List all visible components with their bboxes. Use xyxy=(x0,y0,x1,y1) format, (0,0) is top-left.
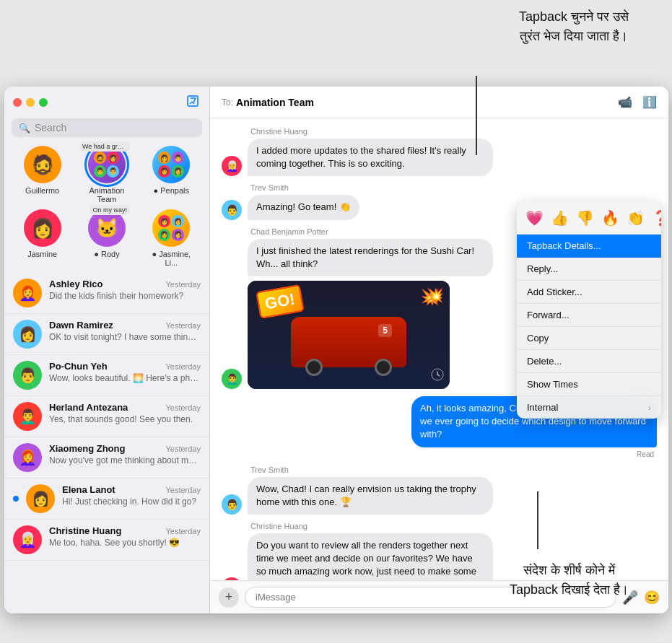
msg-bubble-m2: Amazing! Go team! 👏 xyxy=(248,195,359,219)
reaction-thumbsdown[interactable]: 👎 xyxy=(575,208,595,228)
msg-row-m5: 👨 Wow, Chad! I can really envision us ta… xyxy=(222,477,657,515)
menu-item-internal[interactable]: Internal › xyxy=(517,396,661,419)
reaction-bar: 💗 👍 👎 🔥 👏 ❓ 🌈 👀 ✌️ 😆 🔥 😊 xyxy=(517,202,661,235)
msg-avatar-m2: 👨 xyxy=(222,200,242,220)
menu-item-tapback-details[interactable]: Tapback Details... xyxy=(517,235,661,258)
pinned-name-penpals: ● Penpals xyxy=(154,186,189,195)
conversation-list: 👩‍🦰 Ashley Rico Yesterday Did the kids f… xyxy=(4,273,209,613)
conv-item-herland[interactable]: 👨‍🦱 Herland Antezana Yesterday Yes, that… xyxy=(4,396,209,437)
avatar-jasmine-li: 👩 👩 👩 👩 xyxy=(152,209,190,247)
reaction-heart[interactable]: 💗 xyxy=(524,208,545,228)
video-call-icon[interactable]: 📹 xyxy=(618,95,632,109)
chat-input-bar: + 🎤 😊 xyxy=(210,580,668,613)
pinned-contact-rody[interactable]: 🐱 On my way! ● Rody xyxy=(81,209,133,267)
pinned-name-rody: ● Rody xyxy=(94,250,119,258)
pinned-contact-jasmine-li[interactable]: 👩 👩 👩 👩 ● Jasmine, Li... xyxy=(145,209,197,267)
menu-label-reply: Reply... xyxy=(527,263,558,274)
conv-content-dawn: Dawn Ramirez Yesterday OK to visit tonig… xyxy=(49,320,201,342)
menu-item-forward[interactable]: Forward... xyxy=(517,304,661,327)
context-menu: 💗 👍 👎 🔥 👏 ❓ 🌈 👀 ✌️ 😆 🔥 😊 Tapback Details… xyxy=(517,202,661,419)
reaction-question[interactable]: ❓ xyxy=(650,208,661,228)
titlebar xyxy=(4,87,209,118)
conv-item-dawn[interactable]: 👩 Dawn Ramirez Yesterday OK to visit ton… xyxy=(4,314,209,355)
conv-content-pochun: Po-Chun Yeh Yesterday Wow, looks beautif… xyxy=(49,361,201,383)
msg-sender-m1: Christine Huang xyxy=(250,127,657,136)
fullscreen-button[interactable] xyxy=(39,98,48,107)
chat-header-recipient: Animation Team xyxy=(236,97,618,108)
menu-item-reply[interactable]: Reply... xyxy=(517,258,661,281)
conv-preview-christine: Me too, haha. See you shortly! 😎 xyxy=(49,538,201,548)
menu-item-delete[interactable]: Delete... xyxy=(517,350,661,373)
conv-time-christine: Yesterday xyxy=(165,527,201,535)
pinned-contact-penpals[interactable]: 👩 👨 👩 👩 ● Penpals xyxy=(145,146,197,204)
msg-avatar-m3: 👨‍🦱 xyxy=(222,369,242,389)
menu-item-copy[interactable]: Copy xyxy=(517,327,661,350)
pinned-contact-jasmine[interactable]: 👩 Jasmine xyxy=(17,209,69,267)
avatar-guillermo: 🧔 xyxy=(24,146,61,183)
avatar-herland: 👨‍🦱 xyxy=(13,402,42,431)
conv-time-elena: Yesterday xyxy=(165,486,201,494)
avatar-animation-team: 🧔 👩 👨 👨 We had a great time. Home with..… xyxy=(88,146,126,183)
pinned-contact-guillermo[interactable]: 🧔 Guillermo xyxy=(17,146,69,204)
svg-rect-0 xyxy=(188,96,198,106)
conv-content-ashley: Ashley Rico Yesterday Did the kids finis… xyxy=(49,279,201,301)
annotation-top: Tapback चुनने पर उसे तुरंत भेज दिया जाता… xyxy=(519,7,629,46)
main-window: 🔍 Search 🧔 Guillermo 🧔 👩 👨 👨 xyxy=(4,87,668,613)
close-button[interactable] xyxy=(13,98,22,107)
menu-label-add-sticker: Add Sticker... xyxy=(527,286,582,297)
menu-item-add-sticker[interactable]: Add Sticker... xyxy=(517,281,661,304)
menu-label-internal: Internal xyxy=(527,402,558,413)
conv-preview-dawn: OK to visit tonight? I have some things … xyxy=(49,332,201,342)
conv-content-xiaomeng: Xiaomeng Zhong Yesterday Now you've got … xyxy=(49,443,201,465)
avatar-christine-list: 👩‍🦳 xyxy=(13,525,42,554)
info-icon[interactable]: ℹ️ xyxy=(642,95,657,109)
menu-label-show-times: Show Times xyxy=(527,379,578,390)
avatar-jasmine: 👩 xyxy=(24,209,61,247)
pinned-name-jasmine: Jasmine xyxy=(27,250,57,258)
conv-time-pochun: Yesterday xyxy=(165,362,201,371)
chat-area: To: Animation Team 📹 ℹ️ Christine Huang … xyxy=(210,87,668,613)
conv-item-christine[interactable]: 👩‍🦳 Christine Huang Yesterday Me too, ha… xyxy=(4,520,209,561)
on-my-way-bubble: On my way! xyxy=(90,205,130,215)
reaction-thumbsup[interactable]: 👍 xyxy=(549,208,570,228)
reaction-clap[interactable]: 👏 xyxy=(625,208,646,228)
minimize-button[interactable] xyxy=(26,98,35,107)
conv-content-christine: Christine Huang Yesterday Me too, haha. … xyxy=(49,525,201,548)
conv-time-xiaomeng: Yesterday xyxy=(165,445,201,453)
compose-button[interactable] xyxy=(185,93,201,113)
conv-item-ashley[interactable]: 👩‍🦰 Ashley Rico Yesterday Did the kids f… xyxy=(4,273,209,314)
emoji-button[interactable]: 😊 xyxy=(644,590,660,605)
msg-avatar-m1: 👩‍🦳 xyxy=(222,156,242,176)
msg-sender-m6: Christine Huang xyxy=(250,522,657,530)
conv-time-dawn: Yesterday xyxy=(165,321,201,330)
car-body: 5 xyxy=(291,317,406,367)
add-attachment-button[interactable]: + xyxy=(219,587,239,608)
msg-bubble-m5: Wow, Chad! I can really envision us taki… xyxy=(248,477,493,515)
conv-time-herland: Yesterday xyxy=(165,403,201,412)
conv-item-pochun[interactable]: 👨 Po-Chun Yeh Yesterday Wow, looks beaut… xyxy=(4,355,209,396)
avatar-ashley: 👩‍🦰 xyxy=(13,279,42,307)
conv-item-xiaomeng[interactable]: 👩‍🦰 Xiaomeng Zhong Yesterday Now you've … xyxy=(4,437,209,478)
pinned-name-animation: Animation Team xyxy=(81,186,133,204)
conv-preview-herland: Yes, that sounds good! See you then. xyxy=(49,414,201,424)
conv-preview-ashley: Did the kids finish their homework? xyxy=(49,291,201,301)
avatar-penpals: 👩 👨 👩 👩 xyxy=(152,146,190,183)
conv-item-elena[interactable]: 👩 Elena Lanot Yesterday Hi! Just checkin… xyxy=(4,478,209,520)
traffic-lights xyxy=(13,98,48,107)
pinned-row-1: 🧔 Guillermo 🧔 👩 👨 👨 We had a great time.… xyxy=(4,143,209,209)
search-bar[interactable]: 🔍 Search xyxy=(12,118,202,137)
reaction-fire-anim[interactable]: 🔥 xyxy=(600,208,621,228)
audio-input-button[interactable]: 🎤 xyxy=(622,590,638,605)
conv-name-herland: Herland Antezana xyxy=(49,402,128,413)
pinned-row-2: 👩 Jasmine 🐱 On my way! ● Rody 👩 👩 👩 👩 xyxy=(4,206,209,273)
menu-label-tapback-details: Tapback Details... xyxy=(527,240,601,251)
pinned-contact-animation-team[interactable]: 🧔 👩 👨 👨 We had a great time. Home with..… xyxy=(81,146,133,204)
menu-item-show-times[interactable]: Show Times xyxy=(517,373,661,396)
search-placeholder: Search xyxy=(35,122,66,134)
menu-label-delete: Delete... xyxy=(527,356,562,367)
message-input[interactable] xyxy=(245,587,616,608)
conv-name-elena: Elena Lanot xyxy=(62,484,115,495)
msg-sender-m2: Trev Smith xyxy=(250,183,657,192)
msg-row-m1: 👩‍🦳 I added more updates to the shared f… xyxy=(222,139,657,176)
conv-preview-pochun: Wow, looks beautiful. 🌅 Here's a photo o… xyxy=(49,373,201,383)
